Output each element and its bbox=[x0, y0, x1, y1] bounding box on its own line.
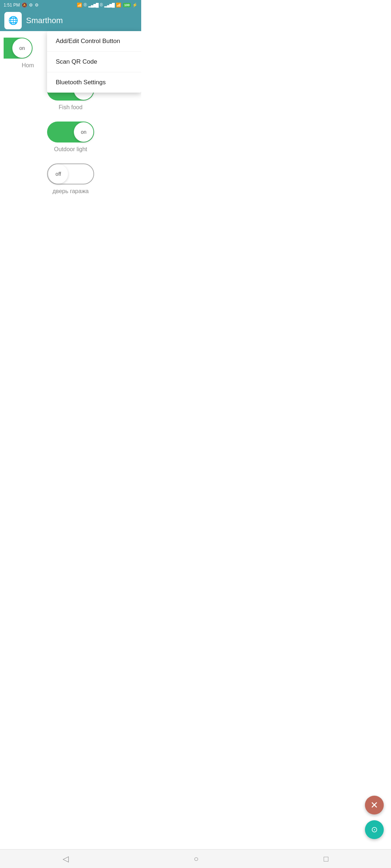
menu-item-bluetooth-settings[interactable]: Bluetooth Settings bbox=[47, 72, 141, 93]
dropdown-menu: Add/Edit Control Button Scan QR Code Blu… bbox=[47, 31, 141, 93]
menu-item-scan-qr[interactable]: Scan QR Code bbox=[47, 52, 141, 72]
menu-item-add-edit[interactable]: Add/Edit Control Button bbox=[47, 31, 141, 52]
